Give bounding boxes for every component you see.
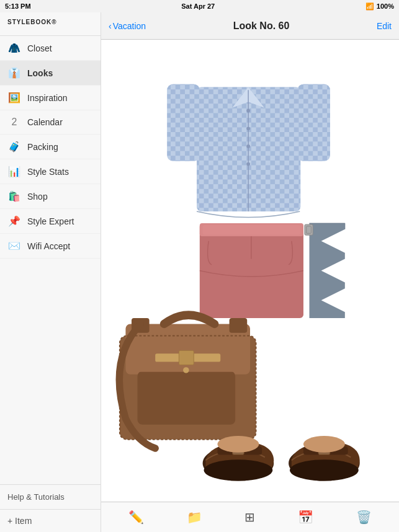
- svg-point-12: [246, 162, 250, 166]
- status-right: 📶 100%: [365, 2, 394, 11]
- svg-rect-5: [167, 84, 200, 161]
- nav-icon-calendar: 2: [7, 117, 21, 128]
- nav-icon-closet: 🧥: [7, 42, 21, 54]
- top-nav: ‹ Vacation Look No. 60 Edit: [101, 12, 399, 40]
- svg-point-30: [183, 367, 189, 373]
- back-label: Vacation: [113, 21, 146, 31]
- svg-rect-20: [203, 225, 301, 234]
- nav-label-shop: Shop: [27, 192, 48, 202]
- shirt: [167, 84, 330, 218]
- sidebar-item-style-stats[interactable]: 📊Style Stats: [0, 159, 101, 184]
- chevron-left-icon: ‹: [109, 21, 112, 31]
- outfit-svg: [101, 40, 399, 502]
- nav-icon-inspiration: 🖼️: [7, 92, 21, 104]
- status-time: 5:13 PM: [5, 2, 31, 10]
- svg-rect-27: [230, 318, 248, 333]
- help-tutorials-link[interactable]: Help & Tutorials: [0, 484, 101, 509]
- nav-label-inspiration: Inspiration: [27, 93, 68, 103]
- pencil-icon: ✏️: [128, 510, 144, 525]
- back-button[interactable]: ‹ Vacation: [109, 21, 146, 31]
- nav-label-wifi-accept: Wifi Accept: [27, 241, 70, 251]
- nav-label-style-stats: Style Stats: [27, 167, 69, 177]
- sidebar-item-calendar[interactable]: 2Calendar: [0, 110, 101, 135]
- sidebar-item-closet[interactable]: 🧥Closet: [0, 36, 101, 61]
- nav-label-style-expert: Style Expert: [27, 216, 74, 226]
- look-title: Look No. 60: [233, 20, 290, 32]
- nav-label-looks: Looks: [27, 68, 53, 78]
- svg-point-9: [246, 109, 250, 113]
- sidebar-item-inspiration[interactable]: 🖼️Inspiration: [0, 86, 101, 110]
- shorts: [200, 223, 303, 318]
- edit-look-button[interactable]: ✏️: [122, 507, 150, 527]
- svg-point-10: [246, 126, 250, 130]
- status-date: Sat Apr 27: [181, 2, 215, 10]
- calendar-icon: 📅: [298, 510, 313, 525]
- edit-button[interactable]: Edit: [377, 21, 392, 31]
- trash-button[interactable]: 🗑️: [350, 507, 378, 527]
- svg-point-40: [290, 459, 359, 481]
- svg-rect-32: [179, 350, 194, 365]
- grid-icon: ⊞: [244, 510, 255, 525]
- sidebar-item-packing[interactable]: 🧳Packing: [0, 135, 101, 159]
- sidebar-item-wifi-accept[interactable]: ✉️Wifi Accept: [0, 234, 101, 259]
- nav-icon-packing: 🧳: [7, 141, 21, 153]
- trash-icon: 🗑️: [356, 510, 372, 525]
- nav-label-calendar: Calendar: [27, 117, 63, 127]
- wifi-icon: 📶: [365, 2, 374, 11]
- nav-icon-style-expert: 📌: [7, 215, 21, 227]
- belt: [305, 223, 345, 318]
- shoes: [203, 436, 360, 481]
- outfit-view: [101, 40, 399, 502]
- look-canvas: [101, 40, 399, 502]
- sidebar-item-style-expert[interactable]: 📌Style Expert: [0, 209, 101, 234]
- svg-rect-7: [297, 84, 330, 161]
- svg-point-11: [246, 144, 250, 148]
- nav-label-closet: Closet: [27, 43, 52, 53]
- nav-icon-style-stats: 📊: [7, 166, 21, 177]
- bottom-toolbar: ✏️ 📁 ⊞ 📅 🗑️: [101, 502, 399, 532]
- sidebar-item-shop[interactable]: 🛍️Shop: [0, 184, 101, 209]
- sidebar-item-looks[interactable]: 👔Looks: [0, 61, 101, 86]
- svg-point-35: [204, 459, 273, 481]
- svg-rect-28: [138, 371, 236, 425]
- sidebar: STYLEBOOK® 🧥Closet👔Looks🖼️Inspiration2Ca…: [0, 12, 101, 532]
- battery-label: 100%: [377, 2, 394, 10]
- nav-icon-wifi-accept: ✉️: [7, 240, 21, 252]
- folder-icon: 📁: [187, 510, 202, 525]
- folder-button[interactable]: 📁: [181, 507, 208, 527]
- nav-label-packing: Packing: [27, 142, 58, 152]
- status-bar: 5:13 PM Sat Apr 27 📶 100%: [0, 0, 399, 12]
- nav-icon-looks: 👔: [7, 67, 21, 79]
- svg-point-38: [217, 436, 259, 453]
- calendar-button[interactable]: 📅: [292, 507, 320, 527]
- svg-point-43: [303, 436, 345, 453]
- app-logo: STYLEBOOK®: [0, 12, 101, 36]
- main-content: ‹ Vacation Look No. 60 Edit: [101, 12, 399, 532]
- nav-icon-shop: 🛍️: [7, 190, 21, 202]
- grid-button[interactable]: ⊞: [238, 507, 261, 527]
- sidebar-nav: 🧥Closet👔Looks🖼️Inspiration2Calendar🧳Pack…: [0, 36, 101, 484]
- add-item-button[interactable]: + Item: [0, 509, 101, 532]
- bag: [119, 315, 256, 448]
